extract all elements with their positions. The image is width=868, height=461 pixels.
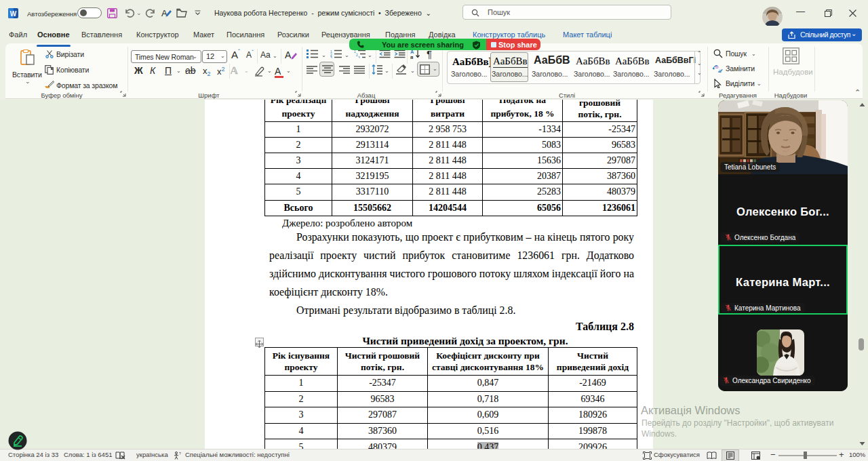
svg-text:A: A: [285, 49, 292, 60]
svg-text:3: 3: [358, 56, 360, 58]
svg-text:?: ?: [179, 452, 181, 456]
svg-text:я: я: [410, 54, 413, 60]
svg-text:3: 3: [330, 56, 332, 58]
svg-text:W: W: [10, 10, 17, 18]
svg-text:A: A: [161, 8, 167, 18]
